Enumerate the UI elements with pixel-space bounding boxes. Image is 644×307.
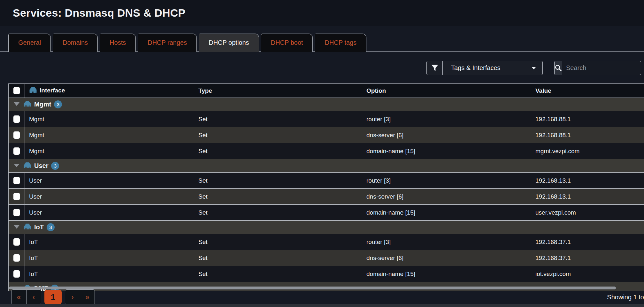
- col-header-type[interactable]: Type: [194, 84, 362, 98]
- filter-button[interactable]: [427, 61, 443, 75]
- cell-option: domain-name [15]: [362, 143, 531, 159]
- table-row[interactable]: UserSetdns-server [6]192.168.13.1: [9, 189, 644, 205]
- collapse-caret-icon[interactable]: [14, 164, 19, 167]
- col-header-option[interactable]: Option: [362, 84, 531, 98]
- cell-interface: Mgmt: [25, 143, 194, 159]
- group-row-iot[interactable]: IoT3: [9, 221, 644, 234]
- collapse-caret-icon[interactable]: [14, 102, 19, 106]
- dhcp-options-table: InterfaceTypeOptionValue Mgmt3MgmtSetrou…: [8, 83, 644, 291]
- next-page-button[interactable]: ›: [65, 290, 80, 304]
- cell-option: dns-server [6]: [362, 189, 531, 205]
- tab-general[interactable]: General: [8, 34, 51, 52]
- row-select-cell: [9, 266, 25, 282]
- cell-type: Set: [194, 234, 362, 250]
- cell-option: dns-server [6]: [362, 250, 531, 266]
- select-all-cell: [9, 84, 25, 98]
- cell-value: mgmt.vezpi.com: [531, 143, 644, 159]
- row-checkbox[interactable]: [13, 209, 20, 216]
- cell-value: 192.168.13.1: [531, 189, 644, 205]
- cell-value: 192.168.88.1: [531, 127, 644, 143]
- group-name: User: [34, 162, 48, 169]
- cell-type: Set: [194, 250, 362, 266]
- row-select-cell: [9, 143, 25, 159]
- row-checkbox[interactable]: [13, 193, 20, 200]
- search-button[interactable]: [555, 61, 562, 75]
- row-checkbox[interactable]: [13, 131, 20, 139]
- row-checkbox[interactable]: [13, 238, 20, 246]
- window-scrollbar-track[interactable]: [0, 304, 644, 307]
- tab-dhcp-ranges[interactable]: DHCP ranges: [138, 34, 197, 52]
- row-select-cell: [9, 173, 25, 189]
- cell-value: iot.vezpi.com: [531, 266, 644, 282]
- prev-page-button[interactable]: ‹: [26, 290, 41, 304]
- horizontal-scrollbar[interactable]: [9, 287, 616, 289]
- dhcp-options-table-wrap: InterfaceTypeOptionValue Mgmt3MgmtSetrou…: [8, 83, 644, 291]
- collapse-caret-icon[interactable]: [14, 225, 19, 229]
- row-select-cell: [9, 250, 25, 266]
- cell-option: dns-server [6]: [362, 127, 531, 143]
- table-row[interactable]: IoTSetdns-server [6]192.168.37.1: [9, 250, 644, 266]
- tab-dhcp-tags[interactable]: DHCP tags: [315, 34, 366, 52]
- group-count-badge: 3: [47, 223, 55, 231]
- table-row[interactable]: IoTSetdomain-name [15]iot.vezpi.com: [9, 266, 644, 282]
- cell-value: 192.168.37.1: [531, 234, 644, 250]
- cell-option: domain-name [15]: [362, 266, 531, 282]
- tab-dhcp-options[interactable]: DHCP options: [199, 34, 259, 52]
- row-checkbox[interactable]: [13, 270, 20, 278]
- tab-domains[interactable]: Domains: [53, 34, 98, 52]
- cell-option: domain-name [15]: [362, 205, 531, 221]
- tab-hosts[interactable]: Hosts: [100, 34, 136, 52]
- pagination: « ‹ 1 › »: [11, 289, 95, 305]
- tab-strip: GeneralDomainsHostsDHCP rangesDHCP optio…: [8, 34, 366, 52]
- filter-selected-option[interactable]: Tags & Interfaces: [443, 61, 542, 75]
- cell-type: Set: [194, 127, 362, 143]
- cell-option: router [3]: [362, 234, 531, 250]
- table-row[interactable]: UserSetrouter [3]192.168.13.1: [9, 173, 644, 189]
- row-checkbox[interactable]: [13, 115, 20, 123]
- row-select-cell: [9, 234, 25, 250]
- pagination-group-prev: « ‹: [11, 289, 41, 305]
- search-box: [554, 61, 641, 75]
- row-checkbox[interactable]: [13, 254, 20, 262]
- table-row[interactable]: MgmtSetdns-server [6]192.168.88.1: [9, 127, 644, 143]
- tab-dhcp-boot[interactable]: DHCP boot: [261, 34, 313, 52]
- row-select-cell: [9, 111, 25, 127]
- cell-interface: Mgmt: [25, 111, 194, 127]
- cell-option: router [3]: [362, 173, 531, 189]
- group-name: Mgmt: [34, 101, 51, 108]
- chevron-down-icon: [532, 67, 536, 69]
- funnel-icon: [431, 65, 438, 71]
- col-header-interface[interactable]: Interface: [25, 84, 194, 98]
- pagination-group-next: › »: [65, 289, 95, 305]
- table-row[interactable]: UserSetdomain-name [15]user.vezpi.com: [9, 205, 644, 221]
- table-header-row: InterfaceTypeOptionValue: [9, 84, 644, 98]
- row-checkbox[interactable]: [13, 177, 20, 184]
- pagination-status: Showing 1 to: [607, 294, 644, 301]
- group-row-mgmt[interactable]: Mgmt3: [9, 98, 644, 111]
- last-page-button[interactable]: »: [80, 290, 95, 304]
- row-checkbox[interactable]: [13, 147, 20, 155]
- current-page-button[interactable]: 1: [44, 290, 62, 304]
- group-row-user[interactable]: User3: [9, 159, 644, 173]
- cell-interface: IoT: [25, 234, 194, 250]
- ethernet-icon: [23, 100, 31, 107]
- select-all-checkbox[interactable]: [13, 87, 20, 94]
- cell-value: 192.168.88.1: [531, 111, 644, 127]
- filter-dropdown[interactable]: Tags & Interfaces: [426, 61, 543, 75]
- table-row[interactable]: MgmtSetrouter [3]192.168.88.1: [9, 111, 644, 127]
- cell-type: Set: [194, 111, 362, 127]
- cell-interface: Mgmt: [25, 127, 194, 143]
- col-header-value[interactable]: Value: [531, 84, 644, 98]
- ethernet-icon: [29, 87, 37, 94]
- cell-value: user.vezpi.com: [531, 205, 644, 221]
- cell-interface: User: [25, 173, 194, 189]
- table-row[interactable]: IoTSetrouter [3]192.168.37.1: [9, 234, 644, 250]
- ethernet-icon: [23, 223, 31, 230]
- search-input[interactable]: [562, 61, 641, 75]
- first-page-button[interactable]: «: [12, 290, 26, 304]
- cell-value: 192.168.13.1: [531, 173, 644, 189]
- row-select-cell: [9, 189, 25, 205]
- table-row[interactable]: MgmtSetdomain-name [15]mgmt.vezpi.com: [9, 143, 644, 159]
- ethernet-icon: [23, 162, 31, 169]
- page-title: Services: Dnsmasq DNS & DHCP: [13, 0, 185, 26]
